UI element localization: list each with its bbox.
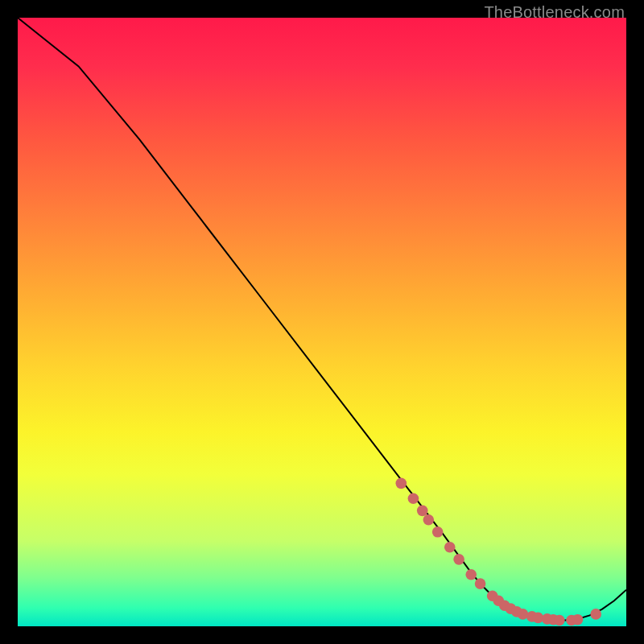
marker-dot <box>465 569 477 580</box>
marker-dot <box>444 542 456 553</box>
chart-svg <box>18 18 626 626</box>
plot-area <box>18 18 626 626</box>
marker-dot <box>408 493 419 504</box>
marker-dot <box>395 478 407 489</box>
marker-dot <box>453 554 464 565</box>
marker-group <box>395 478 601 626</box>
marker-dot <box>417 506 428 517</box>
marker-dot <box>572 614 584 625</box>
marker-dot <box>423 514 434 526</box>
marker-dot <box>475 578 486 589</box>
curve-line <box>18 18 626 620</box>
marker-dot <box>590 609 601 620</box>
marker-dot <box>554 615 565 626</box>
marker-dot <box>432 526 444 538</box>
chart-stage: TheBottleneck.com <box>0 0 644 644</box>
